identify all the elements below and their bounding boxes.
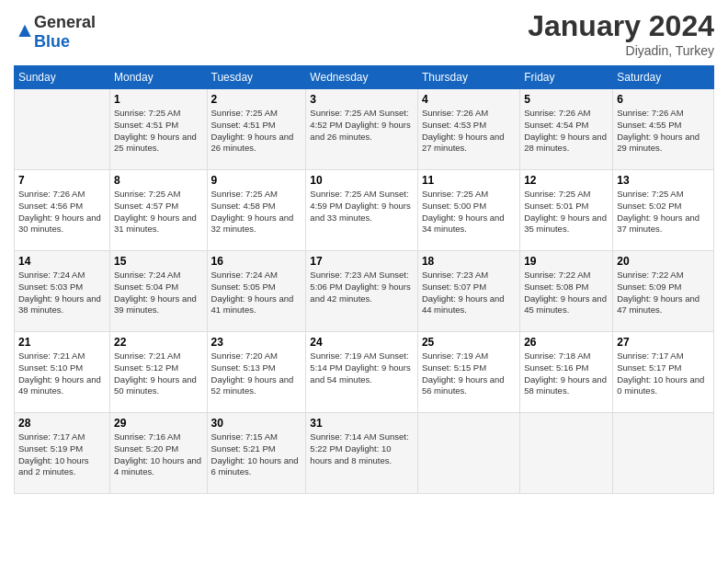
calendar-week-5: 28Sunrise: 7:17 AM Sunset: 5:19 PM Dayli… bbox=[15, 413, 714, 494]
day-number: 17 bbox=[310, 255, 414, 268]
calendar-cell bbox=[520, 413, 613, 494]
day-info: Sunrise: 7:19 AM Sunset: 5:14 PM Dayligh… bbox=[310, 350, 414, 385]
calendar-cell: 13Sunrise: 7:25 AM Sunset: 5:02 PM Dayli… bbox=[613, 170, 714, 251]
day-info: Sunrise: 7:24 AM Sunset: 5:05 PM Dayligh… bbox=[211, 270, 302, 316]
day-number: 4 bbox=[422, 93, 516, 106]
day-number: 8 bbox=[114, 174, 203, 187]
location-title: Diyadin, Turkey bbox=[528, 43, 714, 58]
calendar-cell: 30Sunrise: 7:15 AM Sunset: 5:21 PM Dayli… bbox=[207, 413, 306, 494]
month-title: January 2024 bbox=[528, 9, 714, 43]
calendar-week-4: 21Sunrise: 7:21 AM Sunset: 5:10 PM Dayli… bbox=[15, 332, 714, 413]
day-info: Sunrise: 7:21 AM Sunset: 5:10 PM Dayligh… bbox=[18, 350, 106, 397]
calendar-cell: 18Sunrise: 7:23 AM Sunset: 5:07 PM Dayli… bbox=[417, 251, 519, 332]
calendar-cell: 27Sunrise: 7:17 AM Sunset: 5:17 PM Dayli… bbox=[613, 332, 714, 413]
calendar-cell: 17Sunrise: 7:23 AM Sunset: 5:06 PM Dayli… bbox=[306, 251, 418, 332]
calendar-cell: 8Sunrise: 7:25 AM Sunset: 4:57 PM Daylig… bbox=[109, 170, 207, 251]
day-number: 1 bbox=[114, 93, 203, 106]
day-number: 28 bbox=[18, 417, 106, 430]
day-number: 29 bbox=[114, 417, 203, 430]
calendar-cell bbox=[613, 413, 714, 494]
col-monday: Monday bbox=[109, 66, 207, 89]
day-info: Sunrise: 7:26 AM Sunset: 4:54 PM Dayligh… bbox=[524, 108, 609, 155]
calendar-week-3: 14Sunrise: 7:24 AM Sunset: 5:03 PM Dayli… bbox=[15, 251, 714, 332]
calendar-week-2: 7Sunrise: 7:26 AM Sunset: 4:56 PM Daylig… bbox=[15, 170, 714, 251]
day-info: Sunrise: 7:15 AM Sunset: 5:21 PM Dayligh… bbox=[211, 431, 302, 478]
day-info: Sunrise: 7:25 AM Sunset: 4:51 PM Dayligh… bbox=[114, 108, 203, 155]
day-info: Sunrise: 7:25 AM Sunset: 4:58 PM Dayligh… bbox=[211, 189, 302, 236]
title-block: January 2024 Diyadin, Turkey bbox=[528, 9, 714, 58]
day-info: Sunrise: 7:25 AM Sunset: 4:57 PM Dayligh… bbox=[114, 189, 203, 236]
day-info: Sunrise: 7:24 AM Sunset: 5:03 PM Dayligh… bbox=[18, 270, 106, 316]
day-number: 24 bbox=[310, 336, 414, 349]
logo-icon bbox=[16, 23, 34, 41]
calendar-cell: 10Sunrise: 7:25 AM Sunset: 4:59 PM Dayli… bbox=[306, 170, 418, 251]
day-number: 20 bbox=[617, 255, 710, 268]
day-info: Sunrise: 7:26 AM Sunset: 4:53 PM Dayligh… bbox=[422, 108, 516, 155]
day-number: 26 bbox=[524, 336, 609, 349]
col-sunday: Sunday bbox=[15, 66, 110, 89]
col-tuesday: Tuesday bbox=[207, 66, 306, 89]
day-info: Sunrise: 7:25 AM Sunset: 5:02 PM Dayligh… bbox=[617, 189, 710, 236]
day-info: Sunrise: 7:18 AM Sunset: 5:16 PM Dayligh… bbox=[524, 350, 609, 397]
calendar-cell: 12Sunrise: 7:25 AM Sunset: 5:01 PM Dayli… bbox=[520, 170, 613, 251]
day-number: 2 bbox=[211, 93, 302, 106]
calendar-cell: 24Sunrise: 7:19 AM Sunset: 5:14 PM Dayli… bbox=[306, 332, 418, 413]
day-number: 18 bbox=[422, 255, 516, 268]
day-number: 19 bbox=[524, 255, 609, 268]
day-info: Sunrise: 7:17 AM Sunset: 5:17 PM Dayligh… bbox=[617, 350, 710, 397]
day-info: Sunrise: 7:22 AM Sunset: 5:08 PM Dayligh… bbox=[524, 270, 609, 316]
day-info: Sunrise: 7:22 AM Sunset: 5:09 PM Dayligh… bbox=[617, 270, 710, 316]
calendar-cell: 6Sunrise: 7:26 AM Sunset: 4:55 PM Daylig… bbox=[613, 89, 714, 170]
calendar-cell: 25Sunrise: 7:19 AM Sunset: 5:15 PM Dayli… bbox=[417, 332, 519, 413]
calendar-cell: 5Sunrise: 7:26 AM Sunset: 4:54 PM Daylig… bbox=[520, 89, 613, 170]
day-number: 7 bbox=[18, 174, 106, 187]
day-number: 12 bbox=[524, 174, 609, 187]
col-saturday: Saturday bbox=[613, 66, 714, 89]
day-number: 21 bbox=[18, 336, 106, 349]
svg-marker-0 bbox=[18, 25, 30, 37]
day-info: Sunrise: 7:16 AM Sunset: 5:20 PM Dayligh… bbox=[114, 431, 203, 478]
col-friday: Friday bbox=[520, 66, 613, 89]
calendar-cell: 15Sunrise: 7:24 AM Sunset: 5:04 PM Dayli… bbox=[109, 251, 207, 332]
day-info: Sunrise: 7:25 AM Sunset: 5:01 PM Dayligh… bbox=[524, 189, 609, 236]
calendar-cell: 21Sunrise: 7:21 AM Sunset: 5:10 PM Dayli… bbox=[15, 332, 110, 413]
day-number: 15 bbox=[114, 255, 203, 268]
day-number: 31 bbox=[310, 417, 414, 430]
day-info: Sunrise: 7:19 AM Sunset: 5:15 PM Dayligh… bbox=[422, 350, 516, 397]
calendar-cell: 14Sunrise: 7:24 AM Sunset: 5:03 PM Dayli… bbox=[15, 251, 110, 332]
day-info: Sunrise: 7:17 AM Sunset: 5:19 PM Dayligh… bbox=[18, 431, 106, 478]
day-number: 25 bbox=[422, 336, 516, 349]
day-info: Sunrise: 7:23 AM Sunset: 5:06 PM Dayligh… bbox=[310, 270, 414, 304]
calendar-cell: 1Sunrise: 7:25 AM Sunset: 4:51 PM Daylig… bbox=[109, 89, 207, 170]
calendar-cell: 2Sunrise: 7:25 AM Sunset: 4:51 PM Daylig… bbox=[207, 89, 306, 170]
calendar-cell bbox=[15, 89, 110, 170]
calendar-cell: 16Sunrise: 7:24 AM Sunset: 5:05 PM Dayli… bbox=[207, 251, 306, 332]
day-info: Sunrise: 7:23 AM Sunset: 5:07 PM Dayligh… bbox=[422, 270, 516, 316]
day-number: 6 bbox=[617, 93, 710, 106]
day-number: 10 bbox=[310, 174, 414, 187]
calendar-cell: 22Sunrise: 7:21 AM Sunset: 5:12 PM Dayli… bbox=[109, 332, 207, 413]
day-info: Sunrise: 7:21 AM Sunset: 5:12 PM Dayligh… bbox=[114, 350, 203, 397]
logo-text: General Blue bbox=[34, 13, 96, 52]
col-thursday: Thursday bbox=[417, 66, 519, 89]
day-info: Sunrise: 7:25 AM Sunset: 4:52 PM Dayligh… bbox=[310, 108, 414, 143]
page-header: General Blue January 2024 Diyadin, Turke… bbox=[14, 9, 714, 58]
day-number: 23 bbox=[211, 336, 302, 349]
calendar-cell: 9Sunrise: 7:25 AM Sunset: 4:58 PM Daylig… bbox=[207, 170, 306, 251]
header-row: Sunday Monday Tuesday Wednesday Thursday… bbox=[15, 66, 714, 89]
day-number: 27 bbox=[617, 336, 710, 349]
day-info: Sunrise: 7:25 AM Sunset: 4:51 PM Dayligh… bbox=[211, 108, 302, 155]
day-number: 30 bbox=[211, 417, 302, 430]
day-info: Sunrise: 7:24 AM Sunset: 5:04 PM Dayligh… bbox=[114, 270, 203, 316]
day-info: Sunrise: 7:25 AM Sunset: 4:59 PM Dayligh… bbox=[310, 189, 414, 224]
page-container: General Blue January 2024 Diyadin, Turke… bbox=[0, 0, 728, 503]
calendar-cell: 4Sunrise: 7:26 AM Sunset: 4:53 PM Daylig… bbox=[417, 89, 519, 170]
calendar-cell: 11Sunrise: 7:25 AM Sunset: 5:00 PM Dayli… bbox=[417, 170, 519, 251]
day-number: 14 bbox=[18, 255, 106, 268]
calendar-table: Sunday Monday Tuesday Wednesday Thursday… bbox=[14, 65, 714, 494]
calendar-cell bbox=[417, 413, 519, 494]
col-wednesday: Wednesday bbox=[306, 66, 418, 89]
calendar-body: 1Sunrise: 7:25 AM Sunset: 4:51 PM Daylig… bbox=[15, 89, 714, 494]
calendar-cell: 29Sunrise: 7:16 AM Sunset: 5:20 PM Dayli… bbox=[109, 413, 207, 494]
calendar-cell: 3Sunrise: 7:25 AM Sunset: 4:52 PM Daylig… bbox=[306, 89, 418, 170]
